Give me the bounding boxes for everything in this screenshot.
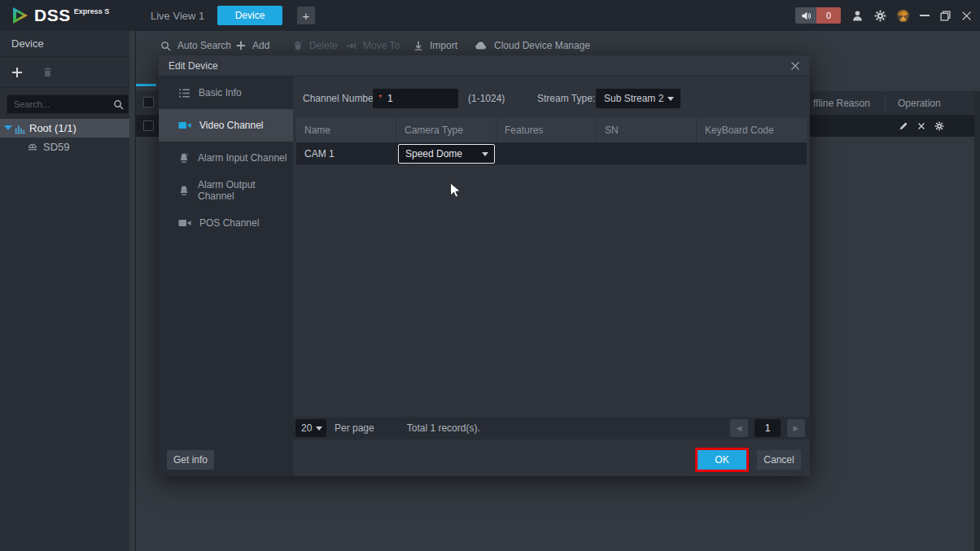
tab-label: Alarm Output Channel — [198, 179, 293, 202]
edit-device-dialog: Edit Device Basic Info Video Channel Ala… — [159, 55, 810, 476]
page-size-dropdown[interactable]: 20 — [295, 419, 326, 437]
restore-window-button[interactable] — [940, 11, 951, 21]
cell-features — [497, 142, 597, 164]
sidebar-scrollbar[interactable] — [129, 31, 135, 551]
cloud-icon — [475, 41, 488, 50]
logo-text: DSS — [34, 5, 71, 26]
device-search — [7, 94, 129, 114]
cell-sn — [597, 142, 697, 164]
tree-device-label: SD59 — [43, 141, 70, 153]
stream-type-value: Sub Stream 2 — [604, 93, 663, 104]
dialog-close-icon[interactable] — [790, 61, 800, 71]
dropdown-caret-icon — [667, 97, 674, 101]
bell-icon — [178, 152, 190, 164]
channel-table: Name Camera Type Features SN KeyBoard Co… — [296, 118, 807, 165]
toolbar-label: Move To — [363, 40, 400, 51]
alarm-count-badge: 0 — [816, 7, 841, 24]
network-diagnosis-icon[interactable] — [897, 10, 909, 22]
camera-type-value: Speed Dome — [405, 142, 462, 164]
column-features: Features — [497, 118, 597, 142]
toolbar-label: Cloud Device Manage — [494, 40, 590, 51]
total-records-label: Total 1 record(s). — [407, 422, 480, 434]
new-tab-button[interactable]: + — [297, 7, 315, 24]
titlebar: DSS Express S Live View 1 Device + 0 — [0, 0, 980, 31]
delete-x-icon[interactable] — [917, 121, 926, 131]
channel-number-label: Channel Number: — [303, 89, 379, 108]
tab-pos-channel[interactable]: POS Channel — [159, 207, 293, 239]
get-info-button[interactable]: Get info — [167, 450, 214, 470]
trash-icon — [293, 41, 303, 50]
search-input[interactable] — [7, 94, 129, 114]
tree-node-root[interactable]: Root (1/1) — [0, 119, 130, 138]
ok-button[interactable]: OK — [698, 450, 746, 470]
close-window-button[interactable] — [961, 11, 972, 21]
dialog-footer: Get info OK Cancel — [159, 444, 810, 476]
table-row: CAM 1 Speed Dome — [296, 142, 807, 165]
current-page-box[interactable]: 1 — [755, 419, 781, 437]
next-page-button[interactable]: ▶ — [787, 419, 805, 437]
tab-label: Basic Info — [199, 87, 242, 98]
speaker-icon — [795, 7, 816, 24]
dialog-tab-list: Basic Info Video Channel Alarm Input Cha… — [159, 77, 293, 476]
settings-gear-icon[interactable] — [874, 10, 886, 22]
stream-type-dropdown[interactable]: Sub Stream 2 — [596, 89, 680, 108]
camera-type-dropdown[interactable]: Speed Dome — [398, 144, 495, 164]
video-camera-icon — [178, 120, 191, 130]
toolbar-label: Delete — [309, 40, 338, 51]
import-arrow-icon — [413, 41, 423, 50]
tab-alarm-input-channel[interactable]: Alarm Input Channel — [159, 142, 293, 174]
tab-video-channel[interactable]: Video Channel — [159, 109, 293, 142]
user-icon[interactable] — [851, 10, 864, 22]
channel-number-input[interactable] — [373, 89, 458, 108]
channel-number-field: * — [373, 89, 458, 108]
search-icon[interactable] — [113, 98, 124, 113]
dss-logo-icon — [10, 5, 31, 26]
device-sidebar: Device Root (1/1) SD59 — [0, 31, 136, 551]
column-keyboard-code: KeyBoard Code — [697, 118, 807, 142]
sidebar-title: Device — [0, 31, 135, 57]
cell-name: CAM 1 — [296, 142, 396, 164]
config-gear-icon[interactable] — [934, 121, 944, 131]
per-page-label: Per page — [335, 422, 374, 434]
logo-superscript: Express S — [74, 7, 110, 15]
tab-label: POS Channel — [199, 217, 259, 229]
tab-device[interactable]: Device — [217, 6, 282, 25]
expand-caret-icon[interactable] — [4, 125, 12, 130]
select-all-checkbox[interactable] — [143, 97, 154, 107]
app-logo: DSS Express S — [10, 5, 109, 26]
app-window: DSS Express S Live View 1 Device + 0 — [0, 0, 980, 551]
add-organization-icon[interactable] — [11, 67, 23, 78]
bell-icon — [178, 185, 190, 196]
cancel-button[interactable]: Cancel — [757, 450, 801, 470]
edit-pencil-icon[interactable] — [899, 121, 908, 131]
list-icon — [178, 87, 190, 99]
move-to-icon — [346, 41, 357, 51]
tab-label: Video Channel — [199, 120, 264, 131]
minimize-button[interactable] — [920, 15, 930, 16]
tree-root-label: Root (1/1) — [29, 122, 77, 134]
page-size-value: 20 — [301, 422, 312, 434]
channel-number-range-hint: (1-1024) — [468, 89, 505, 108]
tab-label: Alarm Input Channel — [198, 152, 287, 164]
tab-alarm-output-channel[interactable]: Alarm Output Channel — [159, 174, 293, 207]
alarm-sound-control[interactable]: 0 — [795, 7, 841, 24]
stream-type-label: Stream Type: — [537, 89, 595, 108]
column-operation: Operation — [898, 91, 941, 116]
ok-button-highlight-box: OK — [695, 448, 749, 472]
toolbar-label: Import — [430, 40, 457, 51]
column-name: Name — [296, 118, 396, 142]
row-checkbox[interactable] — [143, 120, 154, 131]
plus-icon — [236, 41, 246, 50]
tab-live-view[interactable]: Live View 1 — [151, 0, 204, 31]
column-sn: SN — [597, 118, 697, 142]
tree-node-device[interactable]: SD59 — [0, 138, 130, 156]
prev-page-button[interactable]: ◀ — [730, 419, 748, 437]
dropdown-caret-icon — [316, 426, 322, 431]
page-scrollbar[interactable] — [974, 91, 980, 551]
video-channel-panel: Channel Number: * (1-1024) Stream Type: … — [293, 77, 810, 444]
cell-keyboard-code — [697, 142, 807, 164]
tab-basic-info[interactable]: Basic Info — [159, 77, 293, 109]
dome-camera-icon — [27, 141, 38, 152]
delete-organization-icon[interactable] — [42, 67, 53, 77]
channel-table-header: Name Camera Type Features SN KeyBoard Co… — [296, 118, 807, 142]
